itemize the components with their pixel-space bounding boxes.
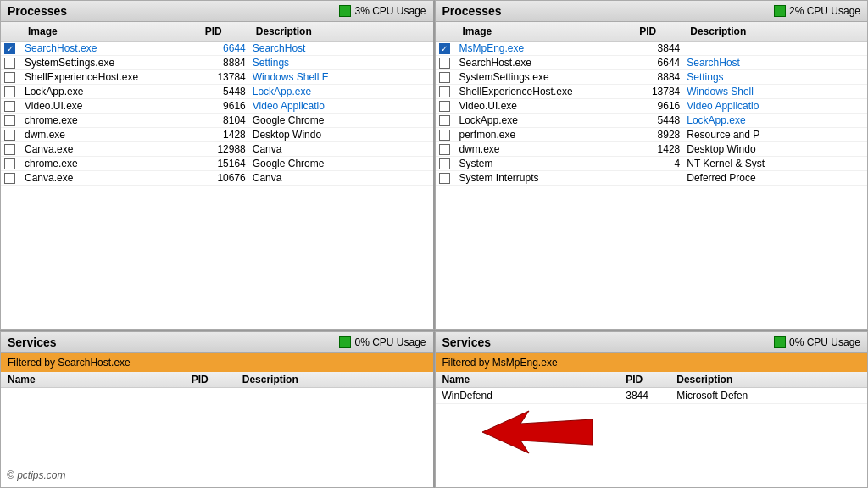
checkbox-unchecked[interactable] (439, 58, 450, 69)
table-row[interactable]: chrome.exe 15164 Google Chrome (1, 157, 433, 171)
checkbox-unchecked[interactable] (4, 86, 15, 97)
table-row[interactable]: ShellExperienceHost.exe 13784 Windows Sh… (436, 85, 868, 99)
right-services-table-header: Name PID Description (436, 372, 868, 388)
svg-marker-0 (482, 411, 593, 453)
table-row[interactable]: dwm.exe 1428 Desktop Windo (1, 128, 433, 142)
left-svc-col-name[interactable]: Name (8, 374, 192, 385)
process-pid: 6644 (636, 57, 687, 69)
process-image[interactable]: chrome.exe (25, 114, 202, 126)
process-image[interactable]: LockApp.exe (25, 86, 202, 97)
left-cpu-indicator (339, 5, 351, 17)
table-row[interactable]: Video.UI.exe 9616 Video Applicatio (1, 99, 433, 114)
table-row[interactable]: SearchHost.exe 6644 SearchHost (1, 42, 433, 56)
process-desc: Windows Shell E (253, 71, 430, 83)
right-processes-header: Processes 2% CPU Usage (436, 1, 868, 22)
process-image[interactable]: SystemSettings.exe (459, 71, 637, 83)
process-image[interactable]: perfmon.exe (459, 129, 637, 141)
process-image[interactable]: System Interrupts (459, 172, 637, 184)
process-pid: 5448 (202, 86, 253, 97)
process-pid: 9616 (202, 100, 253, 112)
table-row[interactable]: MsMpEng.exe 3844 (436, 42, 868, 56)
right-col-desc[interactable]: Description (687, 24, 864, 39)
left-col-pid[interactable]: PID (202, 24, 253, 39)
right-svc-col-pid[interactable]: PID (626, 374, 676, 385)
table-row[interactable]: Video.UI.exe 9616 Video Applicatio (436, 99, 868, 114)
process-pid: 13784 (202, 71, 253, 83)
process-desc: Settings (687, 71, 864, 83)
checkbox-unchecked[interactable] (4, 58, 15, 69)
process-pid: 8104 (202, 114, 253, 126)
process-image[interactable]: Canva.exe (25, 143, 202, 155)
process-image[interactable]: SearchHost.exe (25, 42, 202, 54)
checkbox-unchecked[interactable] (4, 115, 15, 126)
table-row[interactable]: Canva.exe 12988 Canva (1, 142, 433, 157)
table-row[interactable]: dwm.exe 1428 Desktop Windo (436, 142, 868, 157)
left-col-desc[interactable]: Description (253, 24, 430, 39)
checkbox-unchecked[interactable] (439, 173, 450, 184)
table-row[interactable]: System Interrupts Deferred Proce (436, 171, 868, 186)
left-processes-panel: Processes 3% CPU Usage Image PID Descrip… (0, 0, 435, 330)
checkbox-checked[interactable] (439, 43, 450, 54)
right-cpu-usage: 2% CPU Usage (789, 5, 860, 17)
left-svc-col-desc[interactable]: Description (242, 374, 426, 385)
checkbox-checked[interactable] (4, 43, 15, 54)
process-image[interactable]: MsMpEng.exe (459, 42, 637, 54)
main-container: Processes 3% CPU Usage Image PID Descrip… (0, 0, 868, 488)
left-svc-col-pid[interactable]: PID (192, 374, 242, 385)
table-row[interactable]: SearchHost.exe 6644 SearchHost (436, 56, 868, 70)
right-svc-col-name[interactable]: Name (442, 374, 626, 385)
table-row[interactable]: System 4 NT Kernel & Syst (436, 157, 868, 171)
table-row[interactable]: ShellExperienceHost.exe 13784 Windows Sh… (1, 70, 433, 85)
table-row[interactable]: Canva.exe 10676 Canva (1, 171, 433, 186)
table-row[interactable]: perfmon.exe 8928 Resource and P (436, 128, 868, 142)
table-row[interactable]: LockApp.exe 5448 LockApp.exe (436, 114, 868, 128)
bottom-row: Services 0% CPU Usage Filtered by Search… (0, 331, 868, 488)
left-col-image[interactable]: Image (25, 24, 202, 39)
checkbox-unchecked[interactable] (439, 130, 450, 141)
table-row[interactable]: LockApp.exe 5448 LockApp.exe (1, 85, 433, 99)
table-row[interactable]: SystemSettings.exe 8884 Settings (1, 56, 433, 70)
process-image[interactable]: dwm.exe (25, 129, 202, 141)
checkbox-unchecked[interactable] (439, 115, 450, 126)
checkbox-unchecked[interactable] (439, 86, 450, 97)
process-pid: 3844 (636, 42, 687, 54)
checkbox-unchecked[interactable] (4, 173, 15, 184)
process-desc: LockApp.exe (687, 114, 864, 126)
right-services-cpu-indicator (774, 336, 786, 348)
checkbox-unchecked[interactable] (4, 72, 15, 83)
process-pid: 8928 (636, 129, 687, 141)
process-image[interactable]: ShellExperienceHost.exe (25, 71, 202, 83)
process-desc: Windows Shell (687, 86, 864, 97)
process-desc: SearchHost (253, 42, 430, 54)
checkbox-unchecked[interactable] (439, 158, 450, 169)
right-col-image[interactable]: Image (459, 24, 637, 39)
right-svc-col-desc[interactable]: Description (676, 374, 860, 385)
process-image[interactable]: Canva.exe (25, 172, 202, 184)
checkbox-unchecked[interactable] (4, 158, 15, 169)
process-image[interactable]: Video.UI.exe (25, 100, 202, 112)
checkbox-unchecked[interactable] (4, 130, 15, 141)
process-image[interactable]: ShellExperienceHost.exe (459, 86, 637, 97)
table-row[interactable]: SystemSettings.exe 8884 Settings (436, 70, 868, 85)
process-image[interactable]: chrome.exe (25, 158, 202, 169)
process-image[interactable]: LockApp.exe (459, 114, 637, 126)
process-desc: Desktop Windo (253, 129, 430, 141)
right-services-header: Services 0% CPU Usage (436, 332, 868, 353)
checkbox-unchecked[interactable] (4, 101, 15, 112)
process-image[interactable]: SystemSettings.exe (25, 57, 202, 69)
process-desc: LockApp.exe (253, 86, 430, 97)
process-desc: Desktop Windo (687, 143, 864, 155)
table-row[interactable]: chrome.exe 8104 Google Chrome (1, 114, 433, 128)
checkbox-unchecked[interactable] (439, 144, 450, 155)
process-image[interactable]: System (459, 158, 637, 169)
top-row: Processes 3% CPU Usage Image PID Descrip… (0, 0, 868, 331)
left-services-cpu: 0% CPU Usage (354, 336, 426, 348)
checkbox-unchecked[interactable] (439, 101, 450, 112)
right-col-pid[interactable]: PID (636, 24, 687, 39)
process-image[interactable]: dwm.exe (459, 143, 637, 155)
left-processes-table-body: SearchHost.exe 6644 SearchHost SystemSet… (1, 42, 433, 329)
process-image[interactable]: Video.UI.exe (459, 100, 637, 112)
checkbox-unchecked[interactable] (439, 72, 450, 83)
process-image[interactable]: SearchHost.exe (459, 57, 637, 69)
checkbox-unchecked[interactable] (4, 144, 15, 155)
